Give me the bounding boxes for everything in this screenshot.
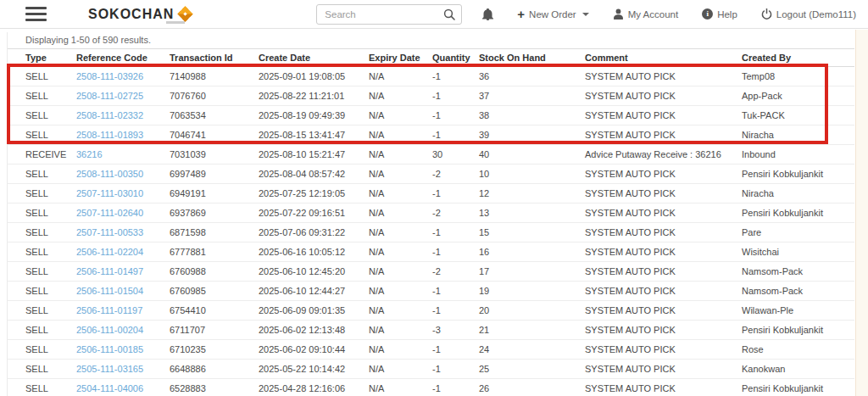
hamburger-menu-icon[interactable] (25, 3, 47, 25)
cell-stock: 36 (472, 67, 578, 86)
cell-expiry: N/A (362, 340, 426, 360)
cell-comment: SYSTEM AUTO PICK (578, 204, 735, 223)
cell-txid: 6997489 (163, 165, 252, 184)
cell-comment: SYSTEM AUTO PICK (578, 282, 735, 301)
cell-stock: 39 (472, 125, 578, 145)
cell-stock: 17 (472, 262, 578, 282)
reference-code-link[interactable]: 2508-111-03926 (76, 71, 143, 81)
reference-code-link[interactable]: 2506-111-00185 (76, 344, 143, 354)
cell-created: 2025-08-15 13:41:47 (252, 125, 362, 145)
column-header: Create Date (252, 49, 362, 67)
cell-ref: 2506-111-01504 (70, 282, 163, 301)
cell-stock: 38 (472, 106, 578, 125)
cell-created: 2025-06-02 09:10:44 (252, 340, 362, 360)
cell-expiry: N/A (362, 321, 426, 340)
page-background-strip (855, 30, 868, 396)
logo[interactable]: SOKOCHAN (88, 8, 191, 21)
cell-stock: 26 (472, 379, 578, 396)
cell-expiry: N/A (362, 145, 426, 165)
cell-expiry: N/A (362, 360, 426, 379)
cell-ref: 2504-111-04006 (70, 379, 163, 396)
cell-comment: SYSTEM AUTO PICK (578, 125, 735, 145)
table-row: SELL2507-111-0301069491912025-07-25 12:1… (8, 184, 854, 204)
cell-ref: 2508-111-03926 (70, 67, 163, 86)
reference-code-link[interactable]: 36216 (76, 149, 103, 159)
reference-code-link[interactable]: 2506-111-01497 (76, 266, 143, 276)
reference-code-link[interactable]: 2507-111-02640 (76, 208, 143, 218)
cell-created: 2025-08-10 15:21:47 (252, 145, 362, 165)
cell-ref: 2507-111-03010 (70, 184, 163, 204)
my-account-link[interactable]: My Account (613, 8, 678, 20)
cell-txid: 6760985 (163, 282, 252, 301)
cell-comment: SYSTEM AUTO PICK (578, 165, 735, 184)
nav-links: + New Order My Account i Help Logout (De… (482, 8, 856, 20)
reference-code-link[interactable]: 2508-111-02332 (76, 110, 143, 120)
cell-by: Namsom-Pack (735, 282, 854, 301)
reference-code-link[interactable]: 2508-111-00350 (76, 169, 143, 179)
reference-code-link[interactable]: 2508-111-02725 (76, 91, 143, 101)
cell-qty: -3 (426, 321, 472, 340)
new-order-menu[interactable]: + New Order (517, 8, 588, 20)
cell-by: Kanokwan (735, 360, 854, 379)
cell-qty: -1 (426, 340, 472, 360)
search-icon[interactable] (443, 8, 455, 24)
reference-code-link[interactable]: 2506-111-02204 (76, 247, 143, 257)
cell-expiry: N/A (362, 243, 426, 262)
cell-txid: 6777881 (163, 243, 252, 262)
reference-code-link[interactable]: 2507-111-00533 (76, 227, 143, 237)
table-row: SELL2508-111-0233270635342025-08-19 09:4… (8, 106, 854, 125)
logout-label: Logout (Demo111) (776, 9, 856, 20)
cell-stock: 37 (472, 86, 578, 106)
cell-expiry: N/A (362, 67, 426, 86)
cell-stock: 20 (472, 301, 578, 321)
logout-link[interactable]: Logout (Demo111) (761, 8, 856, 20)
cell-type: SELL (8, 282, 70, 301)
reference-code-link[interactable]: 2506-111-01504 (76, 286, 143, 296)
table-row: SELL2506-111-0119767544102025-06-09 09:0… (8, 301, 854, 321)
reference-code-link[interactable]: 2504-111-04006 (76, 383, 143, 393)
cell-qty: -2 (426, 204, 472, 223)
cell-ref: 2507-111-00533 (70, 223, 163, 243)
cell-qty: -1 (426, 301, 472, 321)
cell-comment: SYSTEM AUTO PICK (578, 301, 735, 321)
cell-ref: 2506-111-02204 (70, 243, 163, 262)
cell-txid: 6528883 (163, 379, 252, 396)
reference-code-link[interactable]: 2508-111-01893 (76, 130, 143, 140)
notifications-button[interactable] (482, 8, 493, 20)
cell-by: Niracha (735, 184, 854, 204)
reference-code-link[interactable]: 2506-111-00204 (76, 325, 143, 335)
table-row: RECEIVE3621670310392025-08-10 15:21:47N/… (8, 145, 854, 165)
logo-text: SOKOCHAN (88, 8, 174, 21)
cell-comment: SYSTEM AUTO PICK (578, 67, 735, 86)
cell-comment: SYSTEM AUTO PICK (578, 184, 735, 204)
cell-comment: SYSTEM AUTO PICK (578, 360, 735, 379)
cell-by: Inbound (735, 145, 854, 165)
cell-qty: -1 (426, 67, 472, 86)
cell-created: 2025-08-22 11:21:01 (252, 86, 362, 106)
cell-txid: 6711707 (163, 321, 252, 340)
reference-code-link[interactable]: 2507-111-03010 (76, 188, 143, 198)
help-link[interactable]: i Help (702, 8, 737, 20)
column-header: Type (8, 49, 70, 67)
plus-icon: + (517, 8, 525, 20)
cell-qty: -1 (426, 86, 472, 106)
table-row: SELL2508-111-0272570767602025-08-22 11:2… (8, 86, 854, 106)
cell-expiry: N/A (362, 282, 426, 301)
reference-code-link[interactable]: 2506-111-01197 (76, 305, 142, 315)
new-order-label: New Order (529, 9, 576, 20)
cell-by: Niracha (735, 125, 854, 145)
table-row: SELL2506-111-0020467117072025-06-02 12:1… (8, 321, 854, 340)
column-header: Reference Code (70, 49, 163, 67)
table-body: SELL2508-111-0392671409882025-09-01 19:0… (8, 67, 854, 396)
cell-txid: 6760988 (163, 262, 252, 282)
logo-tagline (166, 21, 185, 24)
transactions-table: TypeReference CodeTransaction IdCreate D… (8, 48, 854, 396)
search-input[interactable] (316, 4, 462, 25)
cell-type: SELL (8, 223, 70, 243)
cell-qty: -2 (426, 165, 472, 184)
cell-ref: 2505-111-03165 (70, 360, 163, 379)
column-header: Transaction Id (163, 49, 252, 67)
cell-ref: 2508-111-02725 (70, 86, 163, 106)
reference-code-link[interactable]: 2505-111-03165 (76, 364, 143, 374)
cell-type: SELL (8, 340, 70, 360)
